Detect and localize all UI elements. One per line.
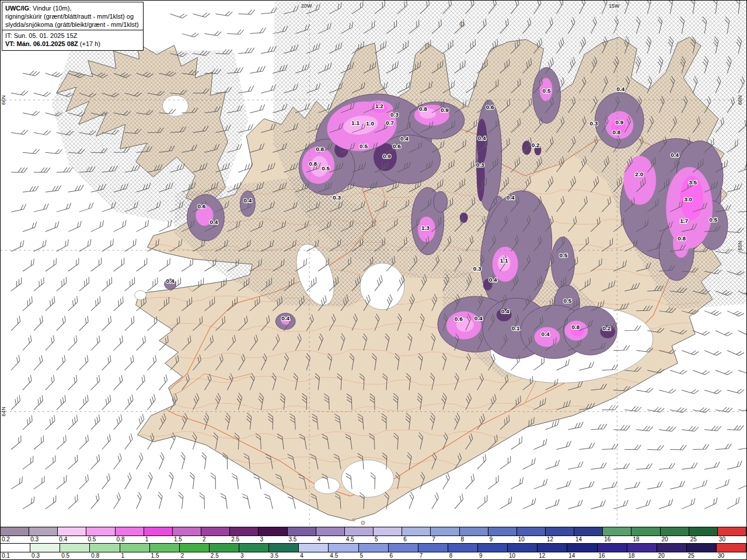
precip-value-label: 0.4 (507, 194, 515, 201)
rain-scale-cell (120, 544, 150, 552)
sleet-snow-scale-cell (718, 527, 746, 536)
product-id: UWC/IG (5, 5, 29, 12)
rain-scale-cell (657, 544, 687, 552)
precip-value-label: 0.3 (476, 162, 484, 168)
sleet-snow-scale-cell (1, 527, 29, 536)
valid-time: VT: Mán. 06.01.2025 08Z (+17 h) (5, 40, 139, 48)
rain-scale-tick-label: 9 (479, 552, 483, 559)
rain-scale-tick-label: 12 (539, 552, 545, 559)
sleet-snow-scale-cell (517, 527, 546, 536)
precip-value-label: 0.4 (671, 152, 679, 158)
rain-scale-tick-label: 0.5 (61, 552, 69, 559)
sleet-snow-scale-cell (29, 527, 58, 536)
rain-scale-cell (180, 544, 210, 552)
rain-scale-cell (537, 544, 567, 552)
precip-value-label: 0.8 (309, 160, 317, 167)
sleet-snow-scale-tick-label: 30 (719, 536, 725, 542)
precip-value-label: 0.8 (612, 129, 620, 135)
legend-line-1-text: : Vindur (10m), (29, 5, 72, 12)
rain-scale-cell (567, 544, 597, 552)
rain-scale-tick-label: 0.1 (2, 552, 10, 559)
precip-value-label: 1.0 (366, 120, 374, 127)
sleet-snow-scale-tick-label: 0.5 (88, 536, 96, 542)
precip-value-label: 0.2 (602, 325, 610, 331)
sleet-snow-scale-tick-label: 2 (203, 536, 206, 542)
rain-scale-cell (329, 544, 358, 552)
sleet-snow-scale-cell (488, 527, 517, 536)
island (352, 519, 355, 521)
graticule-label-left: 64N (1, 407, 6, 416)
graticule-label-right: 65N (737, 241, 743, 250)
sleet-snow-scale-tick-label: 2.5 (231, 536, 239, 542)
precip-value-label: 0.4 (616, 86, 624, 92)
precip-value-label: 0.6 (393, 143, 401, 149)
rain-scale-cell (627, 544, 657, 552)
sleet-snow-scale-tick-label: 7 (432, 536, 435, 542)
legend-line-2: rigning/skúrir (grænt/blátt/rautt - mm/1… (5, 12, 139, 20)
precip-value-label: 1.7 (680, 218, 688, 224)
rain-scale-tick-label: 8 (449, 552, 453, 559)
sleet-snow-scale-cell (661, 527, 689, 536)
precip-value-label: 0.1 (512, 325, 520, 331)
weather-map-frame: 0.50.41.20.80.90.60.31.11.00.70.30.90.80… (0, 0, 747, 560)
glacier-hofsjokull (360, 263, 404, 310)
rain-scale-tick-label: 3 (240, 552, 244, 559)
sleet-snow-scale-cell (288, 527, 316, 536)
precip-value-label: 0.3 (589, 120, 598, 127)
rain-scale-tick-label: 1.5 (151, 552, 159, 559)
precip-area-outer (434, 191, 448, 212)
sleet-snow-scale-cell (230, 527, 259, 536)
precip-value-label: 0.9 (441, 107, 449, 113)
rain-scale-cell (687, 544, 717, 552)
precip-value-label: 0.4 (501, 308, 509, 314)
rain-scale-cell (239, 544, 269, 552)
rain-scale-labels: 0.10.30.50.811.522.533.544.5567891012141… (1, 552, 746, 559)
precip-value-label: 0.4 (243, 197, 252, 204)
precip-value-label: 1.1 (500, 257, 508, 264)
sleet-snow-scale-tick-label: 0.8 (117, 536, 125, 542)
rain-scale-tick-label: 3.5 (270, 552, 278, 559)
sleet-snow-scale-tick-label: 18 (633, 536, 639, 542)
sleet-snow-scale-tick-label: 1 (145, 536, 149, 542)
sleet-snow-scale-cell (574, 527, 603, 536)
rain-scale-tick-label: 16 (598, 552, 605, 559)
color-scales: 0.20.30.40.50.811.522.533.544.5567891012… (1, 527, 746, 559)
sleet-snow-scale-tick-label: 0.3 (30, 536, 39, 542)
precip-value-label: 0.2 (532, 142, 540, 148)
sleet-snow-scale-tick-label: 0.2 (2, 536, 10, 542)
precip-value-label: 0.8 (678, 235, 686, 242)
sleet-snow-scale-tick-label: 3 (260, 536, 263, 542)
rain-scale-tick-label: 10 (509, 552, 515, 559)
precip-value-label: 0.4 (166, 278, 174, 284)
legend-line-1: UWC/IG: Vindur (10m), (5, 4, 139, 12)
legend-line-3: slydda/snjókoma (grátt/bleikt/grænt - mm… (5, 20, 139, 29)
precip-value-label: 0.6 (198, 203, 206, 209)
rain-scale-cell (478, 544, 508, 552)
valid-time-offset: (+17 h) (78, 40, 100, 47)
rain-scale-tick-label: 5 (359, 552, 363, 559)
sleet-snow-scale-cell (689, 527, 718, 536)
sleet-snow-scale-tick-label: 25 (690, 536, 697, 542)
sleet-snow-scale-tick-label: 14 (575, 536, 582, 542)
rain-scale-cell (30, 544, 60, 552)
graticule-label-top: 15W (609, 3, 620, 9)
rain-scale-bar (1, 543, 746, 552)
sleet-snow-scale-tick-label: 1.5 (174, 536, 182, 542)
init-time: IT: Sun. 05. 01. 2025 15Z (2, 30, 143, 40)
sleet-snow-scale-tick-label: 4 (317, 536, 321, 542)
precip-value-label: 0.8 (572, 324, 580, 330)
rain-scale-cell (717, 544, 746, 552)
rain-scale-tick-label: 14 (568, 552, 575, 559)
sleet-snow-scale-tick-label: 3.5 (289, 536, 297, 542)
precip-value-label: 0.4 (400, 135, 409, 142)
precip-value-label: 2.0 (635, 171, 643, 177)
sleet-snow-scale-tick-label: 12 (547, 536, 553, 542)
sleet-snow-scale-cell (259, 527, 287, 536)
precip-value-label: 0.9 (383, 153, 391, 159)
rain-scale-tick-label: 25 (688, 552, 694, 559)
sleet-snow-scale-labels: 0.20.30.40.50.811.522.533.544.5567891012… (1, 536, 746, 543)
precip-value-label: 0.5 (560, 252, 568, 258)
sleet-snow-scale-tick-label: 6 (403, 536, 407, 542)
graticule-label-left: 66N (1, 95, 6, 104)
rain-scale-cell (448, 544, 478, 552)
